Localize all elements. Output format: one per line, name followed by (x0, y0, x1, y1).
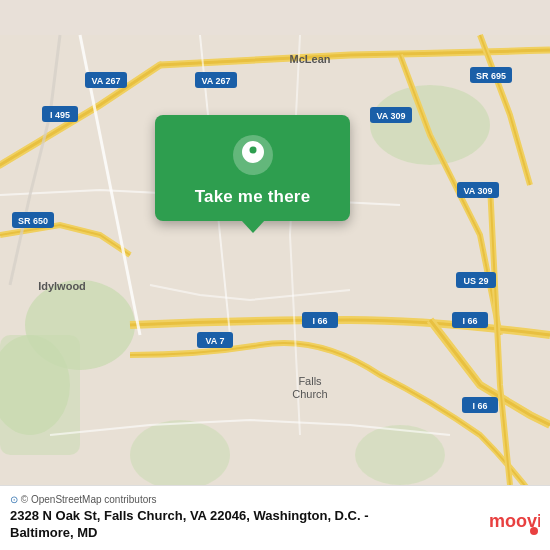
svg-text:SR 650: SR 650 (18, 216, 48, 226)
svg-text:Idylwood: Idylwood (38, 280, 86, 292)
svg-text:US 29: US 29 (463, 276, 488, 286)
svg-text:VA 267: VA 267 (91, 76, 120, 86)
osm-icon: ⊙ (10, 494, 18, 505)
svg-point-4 (130, 420, 230, 490)
location-pin-icon (231, 133, 275, 177)
svg-text:VA 267: VA 267 (201, 76, 230, 86)
osm-credit-text: © OpenStreetMap contributors (21, 494, 157, 505)
svg-text:I 66: I 66 (472, 401, 487, 411)
svg-text:I 66: I 66 (462, 316, 477, 326)
take-me-there-button[interactable]: Take me there (195, 187, 311, 207)
popup-card: Take me there (155, 115, 350, 221)
svg-text:McLean: McLean (290, 53, 331, 65)
svg-point-42 (530, 527, 538, 535)
bottom-bar: ⊙ © OpenStreetMap contributors 2328 N Oa… (0, 485, 550, 550)
svg-point-3 (370, 85, 490, 165)
map-background: I 495 VA 267 VA 267 SR 695 VA 309 VA 309… (0, 0, 550, 550)
moovit-logo: moovit (488, 499, 540, 537)
svg-text:VA 7: VA 7 (205, 336, 224, 346)
address-text: 2328 N Oak St, Falls Church, VA 22046, W… (10, 508, 400, 542)
svg-text:SR 695: SR 695 (476, 71, 506, 81)
bottom-left: ⊙ © OpenStreetMap contributors 2328 N Oa… (10, 494, 400, 542)
moovit-logo-svg: moovit (488, 499, 540, 537)
svg-rect-6 (0, 335, 80, 455)
svg-text:Church: Church (292, 388, 327, 400)
map-container: I 495 VA 267 VA 267 SR 695 VA 309 VA 309… (0, 0, 550, 550)
svg-text:I 495: I 495 (50, 110, 70, 120)
svg-text:VA 309: VA 309 (463, 186, 492, 196)
svg-text:Falls: Falls (298, 375, 322, 387)
svg-text:I 66: I 66 (312, 316, 327, 326)
svg-point-40 (249, 147, 256, 154)
svg-text:VA 309: VA 309 (376, 111, 405, 121)
osm-credit: ⊙ © OpenStreetMap contributors (10, 494, 400, 505)
